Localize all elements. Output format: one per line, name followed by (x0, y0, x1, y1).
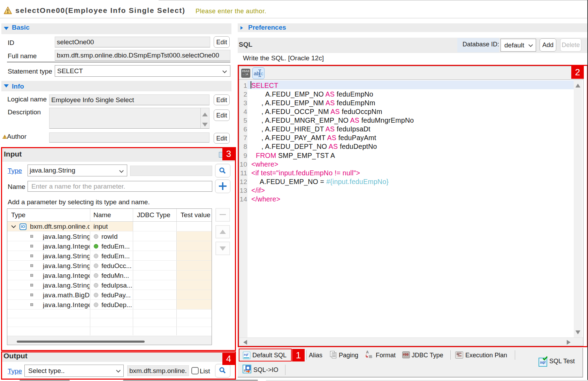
svg-text:c: c (261, 70, 264, 76)
svg-text:s: s (244, 368, 246, 372)
svg-text:ab: ab (254, 70, 260, 76)
